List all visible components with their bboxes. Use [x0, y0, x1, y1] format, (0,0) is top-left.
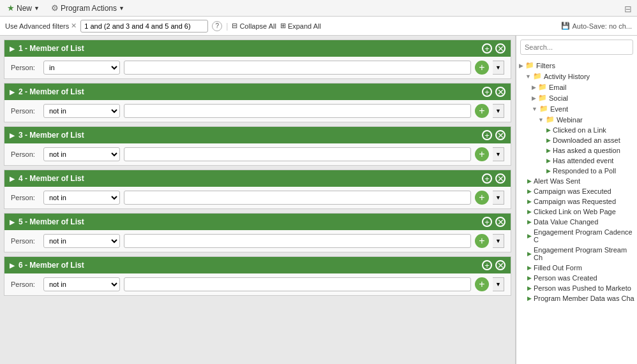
toggle-arrow-3[interactable]: ▶ — [10, 132, 15, 139]
add-filter-btn-3[interactable]: + — [482, 130, 492, 140]
new-button[interactable]: ★ New ▼ — [4, 2, 43, 14]
add-filter-btn-4[interactable]: + — [482, 173, 492, 184]
tree-label-person-pushed-marketo: Person was Pushed to Marketo — [534, 284, 631, 292]
tree-item-filled-out-form[interactable]: ▶ Filled Out Form — [519, 263, 634, 273]
tree-item-program-member-data[interactable]: ▶ Program Member Data was Cha — [519, 293, 634, 303]
condition-select-5[interactable]: in not in — [43, 234, 120, 248]
remove-filter-btn-2[interactable]: ✕ — [495, 87, 506, 97]
condition-select-1[interactable]: in not in — [43, 61, 120, 75]
tree-item-webinar[interactable]: ▼ 📁 Webinar — [519, 114, 634, 125]
tree-item-email[interactable]: ▶ 📁 Email — [519, 82, 634, 92]
tree-item-activity-history[interactable]: ▼ 📁 Activity History — [519, 71, 634, 82]
tree-icon-webinar: 📁 — [546, 115, 555, 124]
condition-select-2[interactable]: in not in — [43, 104, 120, 118]
tree-label-has-asked-question: Has asked a question — [553, 147, 620, 154]
condition-dropdown-btn-4[interactable]: ▼ — [493, 191, 504, 205]
filter-value-input-1[interactable] — [124, 61, 471, 75]
add-filter-btn-5[interactable]: + — [482, 217, 492, 227]
add-condition-btn-3[interactable]: + — [475, 147, 489, 161]
left-panel: ▶ 1 - Member of List + ✕ Person: in not … — [0, 36, 516, 364]
filter-group-header-3: ▶ 3 - Member of List + ✕ — [4, 127, 511, 143]
filter-group-3: ▶ 3 - Member of List + ✕ Person: in not … — [4, 126, 511, 166]
condition-select-4[interactable]: in not in — [43, 191, 120, 205]
auto-save: 💾 Auto-Save: no ch... — [561, 22, 632, 30]
remove-filter-btn-6[interactable]: ✕ — [495, 260, 506, 270]
remove-filter-btn-1[interactable]: ✕ — [495, 43, 506, 54]
tree-root-label: Filters — [536, 62, 555, 69]
tree-item-person-pushed-marketo[interactable]: ▶ Person was Pushed to Marketo — [519, 283, 634, 293]
toggle-arrow-2[interactable]: ▶ — [10, 89, 15, 96]
expand-all-button[interactable]: ⊞ Expand All — [280, 22, 321, 30]
tree-label-has-attended-event: Has attended event — [553, 157, 613, 164]
filter-group-header-2: ▶ 2 - Member of List + ✕ — [4, 84, 511, 100]
tree-item-campaign-requested[interactable]: ▶ Campaign was Requested — [519, 196, 634, 207]
toggle-arrow-1[interactable]: ▶ — [10, 45, 15, 52]
help-icon[interactable]: ? — [212, 21, 222, 31]
add-filter-btn-6[interactable]: + — [482, 260, 492, 270]
remove-filter-btn-4[interactable]: ✕ — [495, 173, 506, 184]
tree-item-alert-was-sent[interactable]: ▶ Alert Was Sent — [519, 176, 634, 186]
tree-label-downloaded-asset: Downloaded an asset — [553, 136, 620, 144]
add-filter-btn-1[interactable]: + — [482, 43, 492, 54]
filter-value-input-3[interactable] — [124, 147, 471, 161]
condition-dropdown-btn-3[interactable]: ▼ — [493, 147, 504, 161]
tree-label-activity-history: Activity History — [544, 73, 590, 80]
add-filter-btn-2[interactable]: + — [482, 87, 492, 97]
toggle-arrow-5[interactable]: ▶ — [10, 219, 15, 226]
filter-value-input-4[interactable] — [124, 191, 471, 205]
person-label-3: Person: — [11, 150, 40, 158]
tree-item-has-asked-question[interactable]: ▶ Has asked a question — [519, 145, 634, 156]
condition-select-3[interactable]: in not in — [43, 147, 120, 161]
condition-dropdown-btn-5[interactable]: ▼ — [493, 234, 504, 248]
tree-item-clicked-link-web[interactable]: ▶ Clicked Link on Web Page — [519, 207, 634, 217]
use-advanced-close[interactable]: ✕ — [71, 22, 77, 30]
tree-item-person-created[interactable]: ▶ Person was Created — [519, 273, 634, 283]
add-condition-btn-5[interactable]: + — [475, 234, 489, 248]
tree-label-person-created: Person was Created — [534, 274, 597, 282]
tree-item-responded-to-poll[interactable]: ▶ Responded to a Poll — [519, 166, 634, 176]
remove-filter-btn-5[interactable]: ✕ — [495, 217, 506, 227]
tree-item-campaign-executed[interactable]: ▶ Campaign was Executed — [519, 186, 634, 196]
person-label-4: Person: — [11, 194, 40, 201]
tree-label-responded-to-poll: Responded to a Poll — [553, 167, 616, 175]
toggle-arrow-4[interactable]: ▶ — [10, 175, 15, 182]
tree-item-event[interactable]: ▼ 📁 Event — [519, 103, 634, 114]
expand-icon-activity-history: ▼ — [525, 73, 531, 80]
tree-icon-activity-history: 📁 — [533, 72, 542, 80]
person-label-6: Person: — [11, 280, 40, 288]
tree-item-engagement-stream[interactable]: ▶ Engagement Program Stream Ch — [519, 245, 634, 263]
tree-search-input[interactable] — [520, 40, 633, 55]
tree-item-clicked-on-link[interactable]: ▶ Clicked on a Link — [519, 125, 634, 135]
add-condition-btn-6[interactable]: + — [475, 277, 489, 291]
filter-value-input-5[interactable] — [124, 234, 471, 248]
program-actions-button[interactable]: ⚙ Program Actions ▼ — [48, 2, 128, 14]
tree-item-engagement-cadence[interactable]: ▶ Engagement Program Cadence C — [519, 227, 634, 245]
collapse-all-button[interactable]: ⊟ Collapse All — [232, 22, 276, 30]
tree-icon-person-created: ▶ — [527, 275, 532, 281]
filter-value-input-6[interactable] — [124, 277, 471, 291]
condition-dropdown-btn-2[interactable]: ▼ — [493, 104, 504, 118]
tree-root-filters[interactable]: ▶ 📁 Filters — [519, 60, 634, 71]
add-condition-btn-2[interactable]: + — [475, 104, 489, 118]
top-bar: ★ New ▼ ⚙ Program Actions ▼ ⊟ — [0, 0, 637, 17]
filter-group-header-4: ▶ 4 - Member of List + ✕ — [4, 170, 511, 187]
filter-group-body-6: Person: in not in + ▼ — [4, 273, 511, 295]
filter-logic-input[interactable] — [80, 20, 208, 33]
add-condition-btn-1[interactable]: + — [475, 61, 489, 75]
header-actions-3: + ✕ — [482, 130, 506, 140]
tree-item-social[interactable]: ▶ 📁 Social — [519, 92, 634, 103]
tree-icon-campaign-requested: ▶ — [527, 198, 532, 205]
tree-item-has-attended-event[interactable]: ▶ Has attended event — [519, 156, 634, 166]
condition-dropdown-btn-6[interactable]: ▼ — [493, 277, 504, 291]
filter-value-input-2[interactable] — [124, 104, 471, 118]
condition-dropdown-btn-1[interactable]: ▼ — [493, 61, 504, 75]
tree-item-data-value-changed[interactable]: ▶ Data Value Changed — [519, 217, 634, 227]
filter-group-2: ▶ 2 - Member of List + ✕ Person: in not … — [4, 83, 511, 122]
add-condition-btn-4[interactable]: + — [475, 191, 489, 205]
remove-filter-btn-3[interactable]: ✕ — [495, 130, 506, 140]
tree-item-downloaded-asset[interactable]: ▶ Downloaded an asset — [519, 135, 634, 145]
toggle-arrow-6[interactable]: ▶ — [10, 262, 15, 269]
person-label-2: Person: — [11, 107, 40, 115]
window-controls[interactable]: ⊟ — [624, 4, 633, 13]
condition-select-6[interactable]: in not in — [43, 277, 120, 291]
